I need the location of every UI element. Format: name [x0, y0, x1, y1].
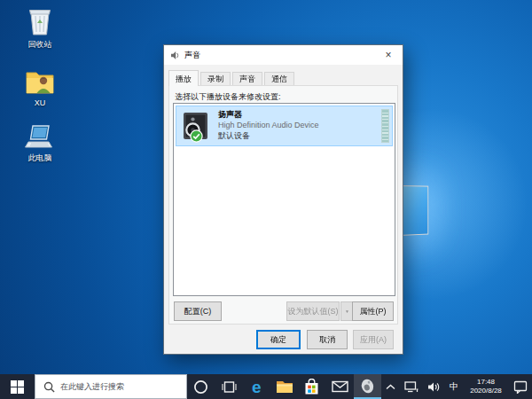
mail-icon — [332, 380, 348, 393]
set-default-button[interactable]: 设为默认值(S) — [286, 301, 340, 321]
sound-dialog: 声音 × 播放 录制 声音 通信 选择以下播放设备来修改设置: — [163, 44, 403, 355]
playback-tab-pane: 选择以下播放设备来修改设置: — [168, 85, 398, 325]
dialog-titlebar: 声音 × — [164, 45, 403, 65]
file-explorer-icon — [276, 379, 293, 394]
user-folder-icon — [11, 64, 69, 96]
tray-expand-button[interactable] — [381, 374, 400, 399]
cancel-button[interactable]: 取消 — [307, 330, 348, 349]
default-device-check-icon — [190, 129, 203, 143]
start-button[interactable] — [0, 374, 35, 399]
configure-button[interactable]: 配置(C) — [174, 301, 222, 321]
desktop-icon-recycle-bin[interactable]: 回收站 — [11, 5, 69, 49]
instruction-text: 选择以下播放设备来修改设置: — [175, 91, 281, 103]
file-explorer-button[interactable] — [270, 374, 298, 399]
task-view-icon — [222, 380, 237, 394]
taskbar: e — [0, 374, 532, 399]
recycle-bin-icon — [11, 5, 69, 37]
tab-playback[interactable]: 播放 — [168, 70, 199, 86]
store-button[interactable] — [298, 374, 325, 399]
dialog-title: 声音 — [184, 50, 200, 61]
device-name: 扬声器 — [218, 110, 242, 120]
sound-app-icon — [358, 377, 377, 395]
desktop-icon-label: 此电脑 — [11, 153, 69, 162]
desktop: 回收站 XU 此电脑 — [0, 0, 532, 399]
tab-recording[interactable]: 录制 — [200, 72, 231, 85]
edge-button[interactable]: e — [243, 374, 270, 399]
cortana-button[interactable] — [187, 374, 215, 399]
taskbar-search[interactable] — [35, 374, 187, 399]
clock[interactable]: 17:48 2020/8/28 — [463, 374, 509, 399]
desktop-icon-this-pc[interactable]: 此电脑 — [11, 119, 69, 162]
chevron-up-icon — [386, 384, 395, 390]
network-tray-button[interactable] — [400, 374, 423, 399]
apply-button[interactable]: 应用(A) — [353, 330, 394, 349]
search-input[interactable] — [60, 382, 186, 391]
desktop-icon-label: 回收站 — [11, 40, 69, 49]
tab-strip: 播放 录制 声音 通信 — [168, 67, 296, 85]
system-tray: 中 17:48 2020/8/28 — [381, 374, 532, 399]
clock-time: 17:48 — [477, 378, 495, 387]
cortana-icon — [193, 379, 208, 395]
device-description: High Definition Audio Device — [218, 121, 319, 130]
close-icon[interactable]: × — [374, 45, 403, 64]
playback-device-list: 扬声器 High Definition Audio Device 默认设备 — [173, 103, 395, 296]
volume-icon — [427, 381, 441, 393]
desktop-icon-label: XU — [11, 98, 69, 107]
store-icon — [304, 379, 319, 395]
ime-indicator[interactable]: 中 — [445, 374, 463, 399]
ok-button[interactable]: 确定 — [256, 330, 301, 349]
properties-button[interactable]: 属性(P) — [352, 301, 394, 321]
task-view-button[interactable] — [215, 374, 242, 399]
this-pc-icon — [11, 119, 69, 151]
tab-communications[interactable]: 通信 — [264, 72, 294, 85]
volume-level-meter — [381, 109, 389, 143]
desktop-icon-user-folder[interactable]: XU — [11, 64, 69, 107]
edge-icon: e — [252, 379, 262, 395]
clock-date: 2020/8/28 — [470, 387, 502, 395]
search-icon — [43, 381, 55, 393]
action-center-button[interactable] — [509, 374, 532, 399]
mail-button[interactable] — [325, 374, 353, 399]
device-default-status: 默认设备 — [218, 131, 250, 141]
windows-start-icon — [11, 380, 24, 394]
tab-sounds[interactable]: 声音 — [232, 72, 262, 85]
sound-app-button[interactable] — [354, 374, 381, 399]
speaker-title-icon — [170, 51, 180, 60]
network-icon — [404, 381, 419, 393]
volume-tray-button[interactable] — [423, 374, 445, 399]
action-center-icon — [513, 380, 528, 394]
device-item-speakers[interactable]: 扬声器 High Definition Audio Device 默认设备 — [176, 106, 393, 146]
